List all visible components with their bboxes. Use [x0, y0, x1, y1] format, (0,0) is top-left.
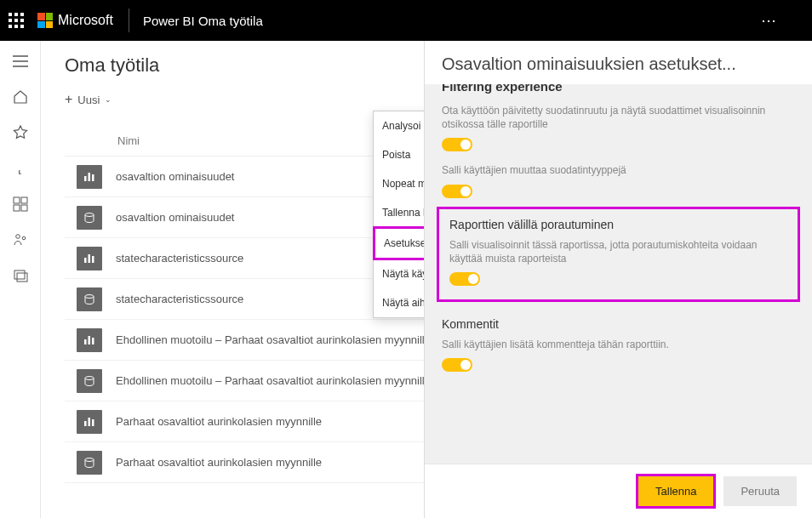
- workspaces-icon[interactable]: [12, 267, 29, 284]
- svg-rect-3: [21, 205, 27, 211]
- new-button[interactable]: + Uusi ⌄: [65, 92, 112, 107]
- shared-icon[interactable]: [12, 231, 29, 248]
- filtering-desc: Ota käyttöön päivitetty suodatinruutu ja…: [442, 104, 795, 131]
- svg-rect-0: [14, 197, 20, 203]
- menu-icon[interactable]: [12, 53, 29, 70]
- toggle-filter-types[interactable]: [442, 185, 472, 198]
- topbar-more-icon[interactable]: ⋯: [761, 11, 778, 30]
- app-title: Power BI Oma työtila: [143, 14, 263, 28]
- dataset-icon: [77, 369, 102, 393]
- svg-point-11: [85, 213, 94, 216]
- microsoft-logo: Microsoft: [37, 13, 113, 28]
- new-label: Uusi: [77, 94, 100, 106]
- svg-rect-13: [89, 254, 91, 263]
- svg-rect-6: [14, 270, 25, 279]
- home-icon[interactable]: [12, 88, 29, 105]
- panel-title: Osavaltion ominaisuuksien asetukset...: [425, 41, 812, 84]
- cross-report-drill-section: Raporttien välillä porautuminen Salli vi…: [437, 207, 800, 302]
- comments-header: Kommentit: [442, 317, 795, 331]
- svg-point-4: [15, 235, 20, 239]
- svg-rect-19: [84, 339, 87, 344]
- plus-icon: +: [65, 92, 72, 107]
- brand-label: Microsoft: [58, 13, 113, 28]
- nav-rail: ⸤: [0, 41, 41, 518]
- cancel-button[interactable]: Peruuta: [723, 476, 797, 506]
- report-icon: [77, 410, 102, 434]
- section-filtering-header: Filtering experience: [442, 84, 795, 94]
- chevron-down-icon: ⌄: [105, 95, 112, 104]
- toggle-comments[interactable]: [442, 358, 472, 372]
- divider: [129, 9, 129, 32]
- dataset-icon: [77, 206, 102, 230]
- svg-rect-25: [92, 419, 94, 426]
- svg-point-18: [85, 294, 94, 298]
- filter-types-desc: Salli käyttäjien muuttaa suodatintyyppej…: [442, 163, 795, 177]
- app-launcher-icon[interactable]: [9, 13, 24, 28]
- svg-rect-14: [92, 256, 94, 263]
- comments-desc: Salli käyttäjien lisätä kommentteja tähä…: [442, 338, 795, 351]
- svg-rect-9: [89, 173, 91, 181]
- svg-rect-2: [14, 205, 20, 211]
- drill-desc: Salli visualisoinnit tässä raportissa, j…: [449, 238, 787, 265]
- settings-panel: Osavaltion ominaisuuksien asetukset... F…: [424, 41, 812, 518]
- toggle-cross-report-drill[interactable]: [449, 272, 480, 286]
- save-button[interactable]: Tallenna: [638, 476, 713, 506]
- svg-rect-23: [84, 421, 87, 426]
- report-icon: [77, 247, 102, 270]
- svg-point-26: [85, 458, 94, 461]
- drill-header: Raporttien välillä porautuminen: [449, 218, 787, 231]
- svg-rect-24: [89, 418, 91, 426]
- apps-icon[interactable]: [12, 196, 29, 213]
- dataset-icon: [77, 451, 102, 475]
- svg-rect-21: [92, 338, 94, 344]
- svg-rect-1: [21, 197, 27, 203]
- favorites-icon[interactable]: [12, 124, 29, 141]
- toggle-filter-pane[interactable]: [442, 138, 472, 151]
- svg-rect-10: [92, 174, 94, 181]
- svg-point-22: [85, 376, 94, 379]
- recent-icon[interactable]: ⸤: [12, 160, 29, 177]
- svg-rect-8: [84, 176, 87, 181]
- report-icon: [77, 165, 102, 189]
- svg-point-5: [22, 236, 26, 240]
- dataset-icon: [77, 287, 102, 311]
- svg-rect-7: [17, 273, 27, 282]
- svg-rect-12: [84, 258, 87, 263]
- report-icon: [77, 328, 102, 352]
- svg-rect-20: [89, 336, 91, 344]
